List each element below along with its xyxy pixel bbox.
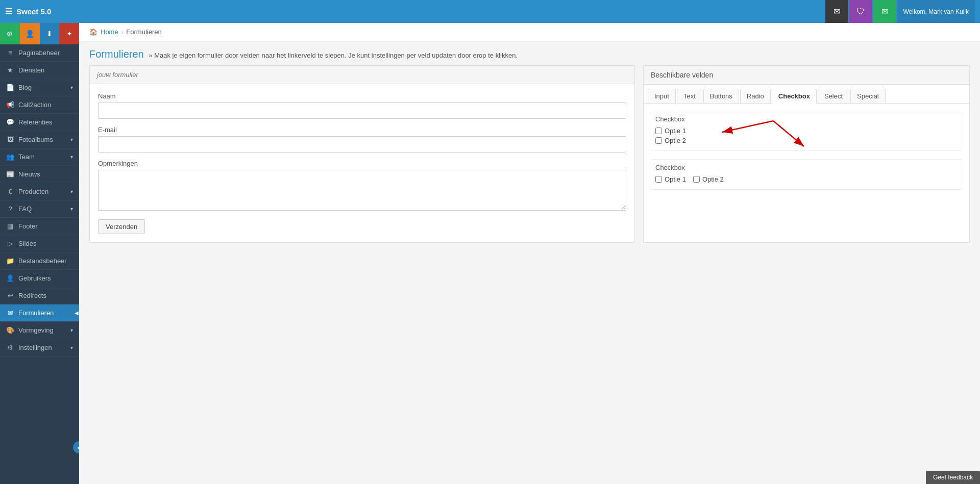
sidebar-item-redirects[interactable]: ↩Redirects xyxy=(0,287,79,304)
sidebar-item-nieuws[interactable]: 📰Nieuws xyxy=(0,166,79,183)
redirects-icon: ↩ xyxy=(6,292,14,299)
footer-icon: ▦ xyxy=(6,222,14,230)
checkbox-option-2-1: Optie 1 xyxy=(655,175,686,183)
nieuws-icon: 📰 xyxy=(6,170,14,178)
checkbox-2-1-label: Optie 1 xyxy=(665,175,686,183)
sidebar-label-diensten: Diensten xyxy=(18,66,44,74)
team-icon: 👥 xyxy=(6,153,14,161)
sidebar-item-bestandsbeheer[interactable]: 📁Bestandsbeheer xyxy=(0,252,79,270)
checkbox-group-2-options: Optie 1 Optie 2 xyxy=(655,175,958,185)
field-naam-label: Naam xyxy=(98,92,626,100)
formulieren-icon: ✉ xyxy=(6,309,14,317)
form-builder: jouw formulier Naam E-mail Opmerkingen V xyxy=(79,65,980,253)
vormgeving-chevron: ▾ xyxy=(70,327,73,333)
sidebar-item-producten[interactable]: €Producten ▾ xyxy=(0,183,79,200)
form-panel-header: jouw formulier xyxy=(90,66,634,84)
tab-select[interactable]: Select xyxy=(818,89,849,103)
field-email-label: E-mail xyxy=(98,126,626,134)
sidebar-label-bestandsbeheer: Bestandsbeheer xyxy=(18,257,67,265)
tab-input[interactable]: Input xyxy=(648,89,676,103)
fields-content: Checkbox Optie 1 Optie 2 xyxy=(644,104,969,205)
team-chevron: ▾ xyxy=(70,154,73,160)
tab-checkbox[interactable]: Checkbox xyxy=(772,89,817,104)
sidebar-item-slides[interactable]: ▷Slides xyxy=(0,235,79,252)
field-naam: Naam xyxy=(98,92,626,119)
sidebar-collapse-button[interactable]: ◀ xyxy=(73,441,79,453)
field-opmerkingen-input[interactable] xyxy=(98,170,626,211)
call2action-icon: 📢 xyxy=(6,101,14,109)
submit-button[interactable]: Verzenden xyxy=(98,219,145,234)
user-name: Mark van Kuijk xyxy=(928,8,969,15)
sidebar-label-producten: Producten xyxy=(18,188,48,195)
field-naam-input[interactable] xyxy=(98,103,626,119)
sidebar-item-referenties[interactable]: 💬Referenties xyxy=(0,114,79,131)
sidebar-label-instellingen: Instellingen xyxy=(18,344,52,351)
sidebar-item-fotoalbums[interactable]: 🖼Fotoalbums ▾ xyxy=(0,131,79,148)
shield-button[interactable]: 🛡 xyxy=(849,0,872,23)
breadcrumb-separator: › xyxy=(121,29,124,35)
app-title: Sweet 5.0 xyxy=(16,7,51,16)
fotoalbums-chevron: ▾ xyxy=(70,137,73,142)
faq-chevron: ▾ xyxy=(70,206,73,212)
checkbox-group-2: Checkbox Optie 1 Optie 2 xyxy=(651,159,962,190)
instellingen-chevron: ▾ xyxy=(70,345,73,350)
sidebar-item-vormgeving[interactable]: 🎨Vormgeving ▾ xyxy=(0,322,79,339)
tab-radio[interactable]: Radio xyxy=(740,89,771,103)
paginabeheer-icon: ≡ xyxy=(6,49,14,57)
sidebar-label-referenties: Referenties xyxy=(18,118,52,126)
referenties-icon: 💬 xyxy=(6,118,14,126)
checkbox-1-1-label: Optie 1 xyxy=(665,127,686,135)
feedback-button[interactable]: Geef feedback xyxy=(926,471,980,484)
sidebar-label-slides: Slides xyxy=(18,240,36,247)
field-email-input[interactable] xyxy=(98,136,626,152)
topbar-brand: ☰ Sweet 5.0 xyxy=(5,7,51,16)
checkbox-option-1-1: Optie 1 xyxy=(655,127,958,135)
sidebar-item-formulieren[interactable]: ✉Formulieren ◀ xyxy=(0,304,79,322)
sidebar-label-redirects: Redirects xyxy=(18,292,46,299)
checkbox-1-2-label: Optie 2 xyxy=(665,137,686,144)
breadcrumb: 🏠 Home › Formulieren xyxy=(79,23,980,41)
producten-chevron: ▾ xyxy=(70,189,73,194)
sidebar-item-call2action[interactable]: 📢Call2action xyxy=(0,96,79,114)
breadcrumb-home[interactable]: Home xyxy=(101,28,118,36)
field-email: E-mail xyxy=(98,126,626,152)
gebruikers-icon: 👤 xyxy=(6,274,14,282)
sidebar-label-blog: Blog xyxy=(18,84,32,91)
field-opmerkingen: Opmerkingen xyxy=(98,160,626,212)
tab-buttons[interactable]: Buttons xyxy=(703,89,739,103)
messages-button[interactable]: ✉ xyxy=(825,0,848,23)
checkbox-1-2-input[interactable] xyxy=(655,137,662,144)
main-wrapper: ⊕ 👤 ⬇ ✦ ≡Paginabeheer ★Diensten 📄Blog ▾ … xyxy=(0,23,980,484)
fotoalbums-icon: 🖼 xyxy=(6,136,14,143)
sidebar-item-instellingen[interactable]: ⚙Instellingen ▾ xyxy=(0,339,79,356)
sidebar-icon-red[interactable]: ✦ xyxy=(59,23,79,44)
checkbox-1-1-input[interactable] xyxy=(655,128,662,134)
faq-icon: ? xyxy=(6,205,14,213)
blog-icon: 📄 xyxy=(6,84,14,91)
checkbox-2-1-input[interactable] xyxy=(655,176,662,183)
sidebar-label-nieuws: Nieuws xyxy=(18,170,40,178)
fields-panel-header: Beschikbare velden xyxy=(644,66,969,85)
sidebar-item-paginabeheer[interactable]: ≡Paginabeheer xyxy=(0,44,79,62)
sidebar-icon-blue[interactable]: ⬇ xyxy=(40,23,60,44)
checkbox-2-2-input[interactable] xyxy=(693,176,700,183)
menu-icon: ☰ xyxy=(5,7,12,16)
email-button[interactable]: ✉ xyxy=(873,0,896,23)
producten-icon: € xyxy=(6,188,14,195)
tab-special[interactable]: Special xyxy=(850,89,886,103)
checkbox-option-1-2: Optie 2 xyxy=(655,137,958,144)
sidebar-item-team[interactable]: 👥Team ▾ xyxy=(0,148,79,166)
home-icon: 🏠 xyxy=(89,28,97,36)
sidebar-item-gebruikers[interactable]: 👤Gebruikers xyxy=(0,270,79,287)
sidebar-icon-green[interactable]: ⊕ xyxy=(0,23,20,44)
tab-text[interactable]: Text xyxy=(677,89,702,103)
breadcrumb-current: Formulieren xyxy=(126,28,161,36)
sidebar-item-diensten[interactable]: ★Diensten xyxy=(0,62,79,79)
sidebar-item-footer[interactable]: ▦Footer xyxy=(0,218,79,235)
sidebar: ⊕ 👤 ⬇ ✦ ≡Paginabeheer ★Diensten 📄Blog ▾ … xyxy=(0,23,79,484)
topbar-actions: ✉ 🛡 ✉ Welkom, Mark van Kuijk xyxy=(825,0,975,23)
sidebar-item-blog[interactable]: 📄Blog ▾ xyxy=(0,79,79,96)
sidebar-top-icons: ⊕ 👤 ⬇ ✦ xyxy=(0,23,79,44)
sidebar-item-faq[interactable]: ?FAQ ▾ xyxy=(0,200,79,218)
sidebar-icon-orange[interactable]: 👤 xyxy=(20,23,40,44)
